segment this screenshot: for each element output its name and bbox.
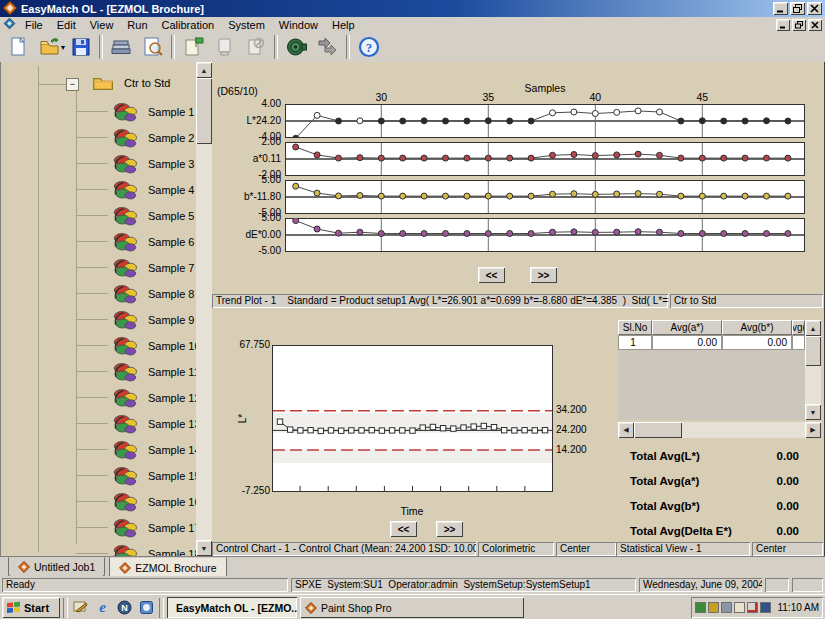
close-button[interactable] (807, 2, 822, 15)
scroll-up-button[interactable]: ▲ (196, 62, 212, 78)
menu-system[interactable]: System (221, 19, 272, 31)
tray-display-icon[interactable] (721, 602, 732, 613)
tree-item-sample[interactable]: Sample 5 (148, 210, 194, 222)
task-button-2[interactable]: Paint Shop Pro (300, 597, 524, 618)
tree-item-sample[interactable]: Sample 13 (148, 418, 201, 430)
menu-view[interactable]: View (83, 19, 121, 31)
trend-scroll-forward-button[interactable]: >> (530, 267, 557, 283)
sequence-button[interactable] (312, 34, 343, 61)
control-scroll-back-button[interactable]: << (390, 521, 417, 537)
statistical-view[interactable]: Sl.NoAvg(a*)Avg(b*)Avg(L10.000.00 ▲ ▼ ◀ … (616, 308, 823, 556)
tree-item-sample[interactable]: Sample 9 (148, 314, 194, 326)
start-button[interactable]: Start (2, 597, 60, 618)
print-disabled-icon (213, 35, 237, 59)
tree-item-sample[interactable]: Sample 6 (148, 236, 194, 248)
quicklaunch-viewer-icon[interactable] (137, 598, 156, 617)
stats-header-3[interactable]: Avg(L (792, 320, 805, 335)
total-row: Total Avg(L*)0.00 (630, 450, 809, 462)
tray-audio-card-icon[interactable] (695, 602, 706, 613)
tree-item-sample[interactable]: Sample 1 (148, 106, 194, 118)
title-bar[interactable]: EasyMatch OL - [EZMOL Brochure] (0, 0, 825, 17)
child-restore-button[interactable] (792, 19, 806, 31)
sample-color-icon (112, 336, 138, 356)
tree-connector-line (38, 66, 39, 552)
tree-connector-line (76, 501, 108, 502)
trend-band-upper-label: 4.00 (212, 98, 281, 109)
sample-icon-wrap (112, 258, 138, 280)
menu-run[interactable]: Run (120, 19, 154, 31)
menu-file[interactable]: File (18, 19, 50, 31)
taskbar-divider (63, 598, 68, 618)
sample-tree: −Ctr to StdSample 1Sample 2Sample 3Sampl… (2, 62, 213, 556)
trend-band-upper-label: 2.00 (212, 136, 281, 147)
menu-help[interactable]: Help (325, 19, 362, 31)
tree-item-sample[interactable]: Sample 14 (148, 444, 201, 456)
print-disabled-button[interactable] (209, 34, 240, 61)
tray-scheduler-icon[interactable] (734, 602, 745, 613)
stats-header-2[interactable]: Avg(b*) (722, 320, 792, 335)
trend-status-bar: Trend Plot - 1 Standard = Product setup1… (212, 294, 823, 308)
desktop: EasyMatch OL - [EZMOL Brochure] FileEdit… (0, 0, 825, 619)
print-preview-button[interactable] (137, 34, 168, 61)
menu-edit[interactable]: Edit (50, 19, 83, 31)
quicklaunch-desktop-icon[interactable] (71, 598, 90, 617)
tree-scrollbar[interactable]: ▲▼ (196, 62, 212, 556)
new-document-button[interactable] (3, 34, 34, 61)
tray-volume-icon[interactable] (708, 602, 719, 613)
task-button-1[interactable]: EasyMatch OL - [EZMO... (167, 597, 297, 618)
save-button[interactable] (65, 34, 96, 61)
page-blocked-button[interactable] (240, 34, 271, 61)
tray-network-icon[interactable] (747, 602, 758, 613)
minimize-button[interactable] (773, 2, 788, 15)
trend-scroll-back-button[interactable]: << (478, 267, 505, 283)
windows-flag-icon (6, 601, 21, 614)
tree-item-sample[interactable]: Sample 15 (148, 470, 201, 482)
child-minimize-button[interactable] (776, 19, 790, 31)
print-button[interactable] (106, 34, 137, 61)
stats-header-0[interactable]: Sl.No (618, 320, 652, 335)
document-icon[interactable] (3, 17, 16, 32)
tree-item-sample[interactable]: Sample 8 (148, 288, 194, 300)
tree-item-sample[interactable]: Sample 11 (148, 366, 200, 378)
tree-item-sample[interactable]: Sample 4 (148, 184, 194, 196)
stats-vertical-scrollbar[interactable]: ▲ ▼ (805, 320, 821, 420)
tree-item-sample[interactable]: Sample 16 (148, 496, 201, 508)
menu-bar: FileEditViewRunCalibrationSystemWindowHe… (0, 17, 825, 33)
job-tab-1[interactable]: Untitled Job1 (8, 557, 105, 577)
sample-icon-wrap (112, 336, 138, 358)
tree-item-sample[interactable]: Sample 12 (148, 392, 201, 404)
sensor-button[interactable] (281, 34, 312, 61)
scroll-down-button[interactable]: ▼ (196, 540, 212, 556)
tray-pc-card-icon[interactable] (760, 602, 771, 613)
status-bar: Ready SPXE System:SU1 Operator:admin Sys… (0, 576, 825, 594)
trend-plot-view[interactable]: (D65/10) Samples 30354045 4.00L*24.20-4.… (212, 62, 823, 309)
tree-expander[interactable]: − (66, 78, 79, 91)
stats-header-1[interactable]: Avg(a*) (652, 320, 722, 335)
toolbar-separator (99, 35, 103, 59)
quicklaunch-ie-icon[interactable]: e (93, 598, 112, 617)
quicklaunch-netscape-icon[interactable]: N (115, 598, 134, 617)
trend-x-axis-title: Samples (285, 82, 805, 94)
tree-item-sample[interactable]: Sample 18 (148, 548, 201, 556)
control-status-text: Control Chart - 1 - Control Chart (Mean:… (212, 542, 476, 556)
page-export-button[interactable] (178, 34, 209, 61)
tree-item-sample[interactable]: Sample 10 (148, 340, 201, 352)
menu-window[interactable]: Window (272, 19, 325, 31)
trend-x-tick-label: 40 (583, 91, 607, 103)
tree-root-label[interactable]: Ctr to Std (124, 77, 170, 89)
save-icon (69, 35, 93, 59)
restore-button[interactable] (790, 2, 805, 15)
taskbar-clock[interactable]: 11:10 AM (777, 602, 819, 613)
tree-item-sample[interactable]: Sample 3 (148, 158, 194, 170)
tree-item-sample[interactable]: Sample 7 (148, 262, 194, 274)
menu-calibration[interactable]: Calibration (155, 19, 222, 31)
scroll-thumb[interactable] (196, 78, 212, 144)
tree-item-sample[interactable]: Sample 2 (148, 132, 194, 144)
job-tab-label: Untitled Job1 (34, 561, 95, 573)
child-close-button[interactable] (808, 19, 822, 31)
help-button[interactable]: ? (353, 34, 384, 61)
stats-horizontal-scrollbar[interactable]: ◀ ▶ (618, 422, 821, 438)
control-scroll-forward-button[interactable]: >> (436, 521, 463, 537)
tree-item-sample[interactable]: Sample 17 (148, 522, 201, 534)
control-chart-view[interactable]: 67.750 -7.250 L* 34.200 24.200 14.200 Ti… (212, 308, 617, 556)
